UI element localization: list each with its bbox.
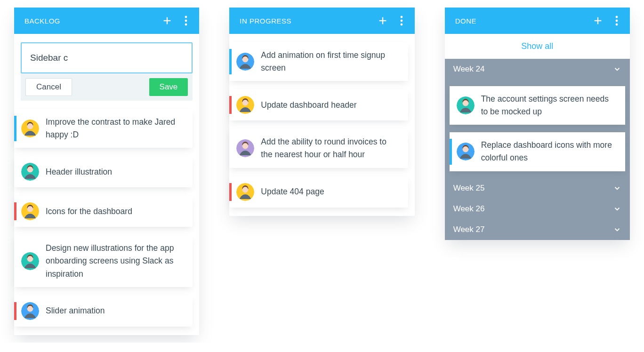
kanban-board: BACKLOG Cancel Save Improve the contrast…: [14, 8, 630, 335]
plus-icon: [593, 16, 603, 26]
column-body-done: Week 24 The account settings screen need…: [445, 59, 630, 240]
svg-point-2: [185, 16, 187, 18]
card-stripe: [229, 49, 232, 74]
composer-actions: Cancel Save: [21, 73, 193, 96]
svg-point-3: [185, 20, 187, 22]
svg-point-32: [616, 24, 618, 26]
avatar: [21, 163, 39, 181]
column-title: BACKLOG: [24, 17, 158, 25]
card[interactable]: Add animation on first time signup scree…: [229, 42, 408, 81]
card-text: Slider animation: [46, 304, 105, 317]
more-vertical-icon: [615, 16, 618, 26]
card-stripe: [14, 163, 16, 181]
chevron-down-icon: [613, 65, 621, 73]
avatar: [236, 53, 254, 71]
svg-point-19: [400, 24, 402, 26]
card-text: Improve the contrast to make Jared happy…: [46, 116, 184, 141]
card-text: The account settings screen needs to be …: [481, 93, 617, 118]
column-menu-button[interactable]: [177, 11, 195, 30]
column-done: DONE Show all Week 24 The account settin…: [445, 8, 630, 240]
week-label: Week 27: [453, 225, 485, 234]
card-stripe: [14, 116, 16, 141]
card-stripe: [229, 96, 232, 114]
card[interactable]: Icons for the dashboard: [14, 196, 193, 227]
svg-point-17: [400, 16, 402, 18]
week-header[interactable]: Week 24: [445, 59, 630, 80]
card-stripe: [14, 302, 16, 320]
column-header-inprogress: IN PROGRESS: [229, 8, 414, 34]
week-section: Week 26: [445, 199, 630, 219]
show-all-button[interactable]: Show all: [445, 34, 630, 59]
card[interactable]: Slider animation: [14, 296, 193, 327]
card-stripe: [14, 202, 16, 220]
avatar: [457, 143, 475, 160]
card-text: Update dashboard header: [261, 99, 356, 112]
card[interactable]: Design new illustrations for the app onb…: [14, 235, 193, 287]
avatar: [21, 202, 39, 220]
card-text: Header illustration: [46, 166, 112, 178]
add-card-button[interactable]: [373, 11, 392, 30]
card-stripe: [450, 139, 452, 164]
card-text: Replace dashboard icons with more colorf…: [481, 139, 617, 164]
plus-icon: [162, 16, 172, 26]
new-card-composer: Cancel Save: [21, 42, 193, 101]
column-inprogress: IN PROGRESS Add animation on first time …: [229, 8, 414, 216]
column-body-backlog: Improve the contrast to make Jared happy…: [14, 101, 199, 335]
card-stripe: [450, 93, 452, 118]
avatar: [236, 139, 254, 157]
cancel-button[interactable]: Cancel: [25, 78, 72, 96]
week-header[interactable]: Week 25: [445, 178, 630, 199]
week-label: Week 24: [453, 64, 485, 74]
week-label: Week 26: [453, 204, 485, 214]
card[interactable]: Replace dashboard icons with more colorf…: [450, 132, 625, 171]
chevron-down-icon: [613, 205, 621, 213]
card-text: Add animation on first time signup scree…: [261, 49, 399, 74]
svg-point-31: [616, 20, 618, 22]
column-title: IN PROGRESS: [240, 17, 373, 25]
card[interactable]: Update dashboard header: [229, 89, 408, 120]
plus-icon: [378, 16, 388, 26]
card-text: Update 404 page: [261, 185, 324, 198]
save-button[interactable]: Save: [149, 78, 188, 96]
column-title: DONE: [455, 17, 588, 25]
week-label: Week 25: [453, 184, 485, 193]
column-body-inprogress: Add animation on first time signup scree…: [229, 34, 414, 216]
column-menu-button[interactable]: [392, 11, 411, 30]
card[interactable]: Improve the contrast to make Jared happy…: [14, 109, 193, 148]
card-text: Design new illustrations for the app onb…: [46, 242, 184, 280]
avatar: [21, 120, 39, 137]
avatar: [236, 183, 254, 201]
avatar: [236, 96, 254, 114]
card[interactable]: Add the ability to round invoices to the…: [229, 129, 408, 168]
svg-point-18: [400, 20, 402, 22]
week-section: Week 24 The account settings screen need…: [445, 59, 630, 178]
card[interactable]: Update 404 page: [229, 176, 408, 208]
card-stripe: [229, 136, 232, 161]
avatar: [21, 252, 39, 270]
card[interactable]: Header illustration: [14, 156, 193, 187]
card-text: Icons for the dashboard: [46, 205, 132, 218]
avatar: [21, 302, 39, 320]
chevron-down-icon: [613, 225, 621, 234]
new-card-input[interactable]: [21, 42, 193, 73]
card-stripe: [229, 183, 232, 201]
column-header-done: DONE: [445, 8, 630, 34]
more-vertical-icon: [400, 16, 403, 26]
card-text: Add the ability to round invoices to the…: [261, 136, 399, 161]
avatar: [457, 96, 475, 114]
week-section: Week 25: [445, 178, 630, 199]
add-card-button[interactable]: [158, 11, 177, 30]
week-body: The account settings screen needs to be …: [445, 80, 630, 178]
card-stripe: [14, 242, 16, 280]
column-menu-button[interactable]: [607, 11, 626, 30]
chevron-down-icon: [613, 184, 621, 192]
week-header[interactable]: Week 26: [445, 199, 630, 219]
add-card-button[interactable]: [588, 11, 607, 30]
week-header[interactable]: Week 27: [445, 219, 630, 240]
svg-point-4: [185, 24, 187, 26]
week-section: Week 27: [445, 219, 630, 240]
svg-point-30: [616, 16, 618, 18]
column-header-backlog: BACKLOG: [14, 8, 199, 34]
card[interactable]: The account settings screen needs to be …: [450, 86, 625, 125]
column-backlog: BACKLOG Cancel Save Improve the contrast…: [14, 8, 199, 335]
